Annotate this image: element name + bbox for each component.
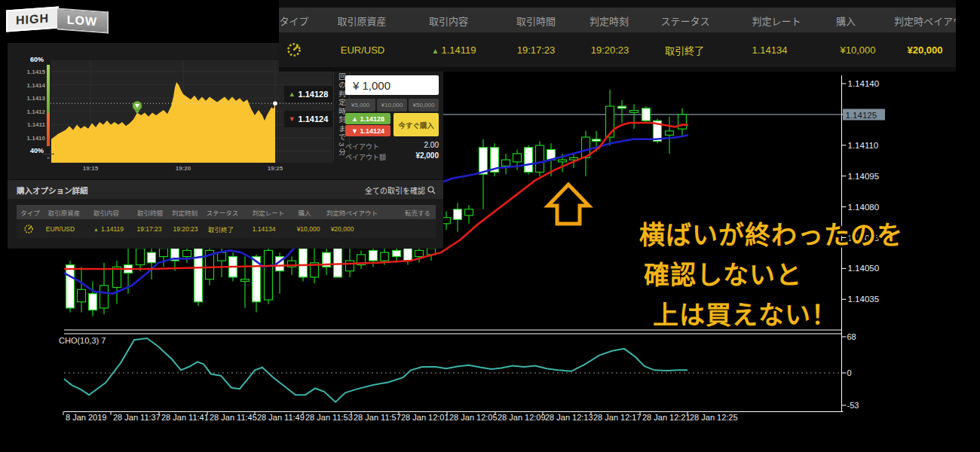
svg-text:1.14095: 1.14095: [848, 172, 880, 181]
svg-text:28 Jan 11:49: 28 Jan 11:49: [257, 413, 305, 422]
amount-input[interactable]: [345, 75, 439, 95]
column-header: 取引時間: [516, 13, 556, 27]
widget-trade-type-cell: [24, 224, 34, 234]
up-arrow-annotation: [548, 185, 589, 224]
column-header: ステータス: [660, 13, 709, 27]
mini-x-label: 19:15: [83, 165, 98, 172]
time-axis: 8 Jan 201928 Jan 11:3728 Jan 11:4128 Jan…: [63, 411, 738, 422]
widget-table-row: EUR/USD▲1.1411919:17:2319:20:23取引終了1.141…: [17, 219, 436, 238]
svg-text:-53: -53: [847, 401, 859, 410]
svg-text:28 Jan 11:37: 28 Jan 11:37: [113, 413, 161, 422]
svg-text:1.14035: 1.14035: [848, 295, 880, 304]
widget-trade-purchase-cell: ¥10,000: [297, 225, 320, 233]
svg-text:28 Jan 11:53: 28 Jan 11:53: [305, 413, 353, 422]
low-option-button[interactable]: ▼ 1.14124: [345, 125, 390, 136]
speedometer-icon: [286, 42, 302, 57]
oscillator-line: [64, 338, 688, 402]
svg-text:28 Jan 12:01: 28 Jan 12:01: [401, 413, 449, 422]
widget-trade-asset-cell: EUR/USD: [46, 225, 75, 233]
column-header: 判定時ペイアウト: [894, 13, 956, 27]
trade-payout-cell: ¥20,000: [908, 44, 943, 56]
svg-text:8 Jan 2019: 8 Jan 2019: [66, 413, 106, 422]
caret-up-icon: ▲: [432, 47, 439, 55]
annotation-line-1: 横ばいが終わったのを: [639, 215, 903, 252]
sentiment-high-percent: 60%: [30, 56, 44, 63]
svg-text:1.14050: 1.14050: [848, 264, 880, 273]
mini-x-label: 19:25: [268, 165, 283, 172]
svg-text:28 Jan 11:57: 28 Jan 11:57: [354, 413, 401, 422]
high-rate-badge: ▲ 1.14128: [284, 86, 332, 102]
preset-50000-button[interactable]: ¥50,000: [409, 99, 439, 111]
caret-up-icon: ▲: [93, 227, 99, 232]
widget-column-header: 判定時刻: [172, 208, 198, 217]
low-rate-badge: ▼ 1.14124: [284, 111, 332, 127]
widget-column-header: 転売する: [405, 208, 430, 217]
highlow-logo: HIGH LOW: [6, 5, 110, 31]
preset-5000-button[interactable]: ¥5,000: [345, 99, 375, 111]
oscillator-pane: 680-53CHO(10,3) 7: [59, 332, 859, 410]
trade-type-cell: [286, 42, 302, 57]
widget-column-header: タイプ: [20, 208, 40, 217]
widget-trade-status-cell: 取引終了: [208, 224, 234, 234]
trade-history-panel: タイプ取引原資産取引内容取引時間判定時刻ステータス判定レート購入判定時ペイアウト…: [279, 0, 956, 72]
sentiment-gauge: [47, 65, 50, 146]
mini-y-label: 1.1410: [23, 135, 45, 142]
widget-column-header: ステータス: [207, 208, 239, 217]
svg-text:28 Jan 12:05: 28 Jan 12:05: [449, 413, 498, 422]
svg-text:28 Jan 12:13: 28 Jan 12:13: [545, 413, 593, 422]
mini-x-label: 19:20: [176, 165, 191, 172]
svg-text:1.14080: 1.14080: [848, 203, 880, 212]
svg-text:28 Jan 12:17: 28 Jan 12:17: [593, 413, 642, 422]
purchase-details-title: 購入オプション詳細: [17, 185, 88, 196]
svg-text:28 Jan 11:45: 28 Jan 11:45: [210, 413, 257, 422]
high-option-button[interactable]: ▲ 1.14128: [345, 113, 390, 124]
widget-column-header: 購入: [298, 208, 311, 217]
trade-asset-cell: EUR/USD: [341, 44, 385, 56]
caret-up-icon: ▲: [289, 90, 296, 98]
column-header: 判定時刻: [590, 13, 629, 27]
gauge-close-icon[interactable]: ×: [42, 154, 54, 163]
svg-text:28 Jan 12:09: 28 Jan 12:09: [498, 413, 546, 422]
svg-text:1.14140: 1.14140: [848, 79, 880, 88]
speedometer-icon: [24, 224, 34, 234]
buy-now-button[interactable]: 今すぐ購入: [394, 113, 439, 136]
mini-y-label: 1.1411: [23, 121, 45, 128]
svg-text:0: 0: [847, 368, 852, 377]
svg-text:28 Jan 12:21: 28 Jan 12:21: [642, 413, 691, 422]
widget-column-header: 取引時間: [137, 208, 163, 217]
payout-amount-value: ¥2,000: [415, 151, 439, 160]
widget-column-header: 判定レート: [253, 208, 285, 217]
trade-status-cell: 取引終了: [665, 43, 704, 57]
widget-trade-payout-cell: ¥20,000: [331, 225, 354, 233]
svg-text:1.14110: 1.14110: [848, 141, 879, 150]
column-header: 取引内容: [429, 13, 468, 27]
current-price-label: 1.14125: [846, 111, 877, 120]
page: 1.141401.141101.140951.140801.140651.140…: [0, 0, 980, 452]
caret-down-icon: ▼: [289, 115, 296, 123]
mini-y-label: 1.1415: [23, 69, 45, 75]
column-header: 購入: [836, 13, 856, 27]
widget-table-header: タイプ取引原資産取引内容取引時間判定時刻ステータス判定レート購入判定時ペイアウト…: [17, 205, 436, 219]
payout-label: ペイアウト: [345, 142, 379, 151]
purchase-details-bar: 購入オプション詳細 全ての取引を確認: [8, 179, 443, 199]
widget-trade-judge_rate-cell: 1.14134: [253, 225, 276, 233]
logo-high: HIGH: [6, 7, 59, 32]
svg-text:28 Jan 12:25: 28 Jan 12:25: [690, 413, 738, 422]
column-header: タイプ: [279, 13, 308, 27]
view-all-trades-link[interactable]: 全ての取引を確認: [365, 185, 436, 196]
mini-y-label: 1.1414: [23, 81, 45, 88]
logo-low: LOW: [57, 8, 109, 34]
highlow-trade-widget: 60% 40% × 1.14151.14141.14131.14121.1411…: [8, 43, 443, 249]
payout-value: 2.00: [424, 141, 439, 149]
sentiment-gauge-low: [47, 113, 50, 146]
widget-trade-trade_time-cell: 19:17:23: [136, 225, 161, 233]
sentiment-gauge-high: [47, 65, 50, 113]
mini-y-label: 1.1412: [23, 108, 45, 115]
preset-10000-button[interactable]: ¥10,000: [377, 99, 407, 111]
trade-history-header-row: タイプ取引原資産取引内容取引時間判定時刻ステータス判定レート購入判定時ペイアウト: [279, 8, 956, 32]
trade-direction-cell: ▲1.14119: [432, 44, 476, 56]
widget-trade-judge_time-cell: 19:20:23: [173, 225, 198, 233]
annotation-line-2: 確認しないと: [644, 255, 802, 292]
column-header: 判定レート: [752, 13, 801, 27]
svg-text:28 Jan 11:41: 28 Jan 11:41: [161, 413, 209, 422]
